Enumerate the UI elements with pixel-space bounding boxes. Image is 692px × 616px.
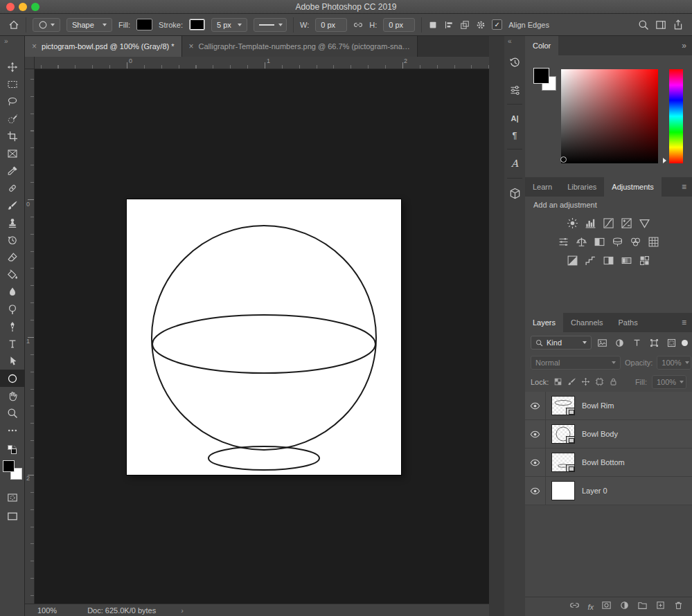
align-edges-checkbox[interactable]: ✓ [492,19,502,30]
workspace-icon[interactable] [655,19,666,30]
dodge-tool[interactable] [0,300,25,318]
status-options-chevron-icon[interactable]: › [181,606,184,615]
tab-color[interactable]: Color [525,36,558,55]
filter-type-layers-icon[interactable] [630,336,644,350]
foreground-background-swatches[interactable] [2,460,23,480]
history-panel-icon[interactable] [506,54,524,71]
path-arrangement-icon[interactable] [460,20,470,30]
exposure-icon[interactable] [621,217,632,229]
brush-tool[interactable] [0,197,25,214]
layer-filter-kind-select[interactable]: Kind [531,336,592,350]
blur-tool[interactable] [0,283,25,300]
lock-all-icon[interactable] [609,377,618,388]
properties-panel-icon[interactable] [506,82,524,98]
black-white-icon[interactable] [594,236,605,248]
stroke-width-select[interactable]: 5 px [211,18,247,32]
clone-stamp-tool[interactable] [0,214,25,231]
gear-icon[interactable] [476,20,486,30]
screen-mode-button[interactable] [0,507,25,525]
layer-filtering-toggle[interactable] [682,340,688,346]
filter-pixel-layers-icon[interactable] [595,336,609,350]
type-tool[interactable] [0,335,25,352]
layer-name[interactable]: Bowl Rim [582,401,614,410]
zoom-tool[interactable] [0,404,25,422]
path-operations-icon[interactable] [428,20,438,30]
stroke-swatch[interactable] [189,19,205,30]
delete-layer-icon[interactable] [673,600,684,613]
eraser-tool[interactable] [0,248,25,266]
quick-selection-tool[interactable] [0,110,25,127]
layer-row[interactable]: Bowl Body [525,420,692,449]
fill-select[interactable]: 100% [652,375,686,389]
gradient-map-icon[interactable] [621,255,632,266]
close-icon[interactable]: × [32,42,37,51]
rectangular-marquee-tool[interactable] [0,75,25,93]
default-colors-icon[interactable] [0,443,25,457]
blend-mode-select[interactable]: Normal [531,356,621,370]
layer-name[interactable]: Layer 0 [582,487,607,495]
character-panel-icon[interactable]: A| [506,110,524,127]
layer-name[interactable]: Bowl Body [582,430,618,438]
share-icon[interactable] [673,19,684,30]
curves-icon[interactable] [603,217,614,229]
lock-transparency-icon[interactable] [553,377,562,388]
search-icon[interactable] [638,19,649,30]
foreground-color-swatch[interactable] [3,460,15,472]
layer-thumbnail[interactable] [551,481,575,500]
layer-thumbnail[interactable] [551,424,575,444]
layer-row[interactable]: Bowl Rim [525,392,692,420]
layer-thumbnail[interactable] [551,396,575,415]
edit-toolbar-icon[interactable] [0,422,25,439]
hand-tool[interactable] [0,387,25,404]
glyphs-panel-icon[interactable]: A [506,155,524,172]
posterize-icon[interactable] [585,255,596,266]
link-layers-icon[interactable] [569,600,580,613]
document-canvas[interactable] [127,199,401,475]
path-selection-tool[interactable] [0,352,25,370]
shape-height-input[interactable]: 0 px [383,18,415,32]
layer-visibility-toggle[interactable] [525,392,546,419]
tab-layers[interactable]: Layers [525,313,563,332]
shape-width-input[interactable]: 0 px [315,18,347,32]
close-icon[interactable]: × [189,42,194,51]
ellipse-tool[interactable] [0,370,25,387]
paint-bucket-tool[interactable] [0,266,25,283]
layer-row[interactable]: Layer 0 [525,477,692,505]
document-tab-active[interactable]: × pictogram-bowl.psd @ 100% (Gray/8) * [25,36,182,57]
photo-filter-icon[interactable] [612,236,623,248]
crop-tool[interactable] [0,127,25,145]
foreground-color-swatch[interactable] [533,68,549,84]
layer-visibility-toggle[interactable] [525,420,546,448]
color-balance-icon[interactable] [576,236,587,248]
paragraph-panel-icon[interactable]: ¶ [506,127,524,143]
layer-visibility-toggle[interactable] [525,477,546,505]
layer-visibility-toggle[interactable] [525,449,546,476]
canvas-viewport[interactable] [35,69,489,604]
stroke-style-select[interactable] [254,18,287,32]
quick-mask-button[interactable] [0,489,25,506]
add-layer-mask-icon[interactable] [601,600,612,613]
new-group-icon[interactable] [637,600,648,613]
pen-tool[interactable] [0,318,25,335]
hue-saturation-icon[interactable] [558,236,569,248]
panel-menu-icon[interactable]: ≡ [676,313,692,332]
panel-menu-icon[interactable]: ≡ [676,177,692,197]
tool-mode-select[interactable]: Shape [66,18,112,32]
spot-healing-brush-tool[interactable] [0,179,25,197]
threshold-icon[interactable] [603,255,614,266]
color-lookup-icon[interactable] [648,236,659,248]
tab-channels[interactable]: Channels [563,313,610,332]
filter-adjustment-layers-icon[interactable] [612,336,626,350]
lock-pixels-icon[interactable] [567,377,576,388]
lock-artboard-icon[interactable] [595,377,604,388]
tool-preset-picker[interactable] [33,18,60,32]
history-brush-tool[interactable] [0,231,25,248]
tab-paths[interactable]: Paths [611,313,646,332]
hue-slider[interactable] [669,69,683,163]
opacity-select[interactable]: 100% [657,356,691,370]
collapse-dock-icon[interactable]: » [676,36,692,55]
new-adjustment-layer-icon[interactable] [619,600,630,613]
vibrance-icon[interactable] [639,217,650,229]
layer-style-icon[interactable]: fx [587,603,594,611]
layer-row[interactable]: Bowl Bottom [525,449,692,477]
